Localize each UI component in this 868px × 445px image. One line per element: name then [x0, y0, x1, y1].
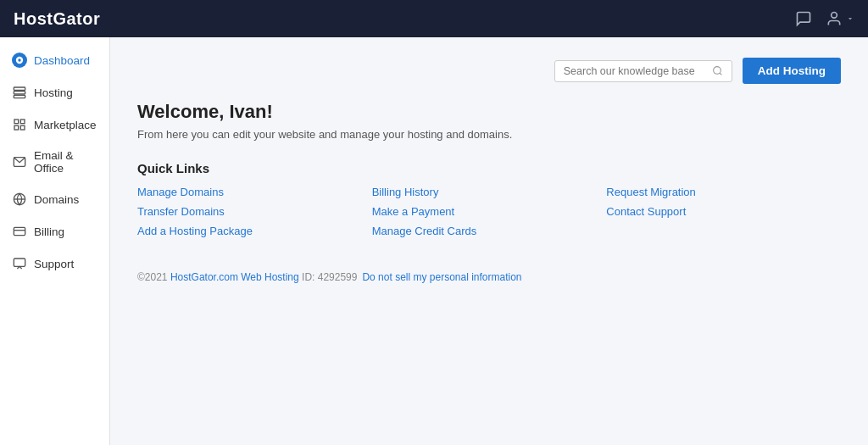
quick-link-billing-history[interactable]: Billing History: [372, 186, 607, 198]
billing-icon: [12, 224, 27, 239]
sidebar-item-support-label: Support: [34, 258, 74, 270]
svg-point-2: [18, 58, 20, 61]
main-content: Add Hosting Welcome, Ivan! From here you…: [110, 37, 868, 445]
sidebar-item-dashboard[interactable]: Dashboard: [0, 44, 109, 76]
quick-link-transfer-domains[interactable]: Transfer Domains: [137, 205, 372, 218]
domains-icon: [12, 192, 27, 207]
search-input[interactable]: [564, 65, 709, 77]
chat-icon[interactable]: [795, 10, 812, 27]
svg-rect-7: [20, 120, 25, 124]
quick-links-grid: Manage Domains Transfer Domains Add a Ho…: [137, 186, 841, 237]
footer: ©2021 HostGator.com Web Hosting ID: 4292…: [137, 271, 841, 283]
email-icon: [12, 154, 27, 170]
user-menu[interactable]: [826, 10, 854, 27]
quick-link-request-migration[interactable]: Request Migration: [606, 186, 841, 198]
svg-point-16: [713, 67, 721, 75]
svg-rect-4: [14, 92, 25, 94]
footer-hostgator-link[interactable]: HostGator.com Web Hosting: [170, 271, 299, 283]
sidebar-item-marketplace-label: Marketplace: [34, 119, 97, 131]
sidebar-item-domains[interactable]: Domains: [0, 183, 109, 215]
quick-link-add-hosting-package[interactable]: Add a Hosting Package: [137, 225, 372, 237]
svg-rect-8: [14, 125, 19, 130]
footer-copyright: ©2021: [137, 271, 170, 283]
quick-link-manage-domains[interactable]: Manage Domains: [137, 186, 372, 198]
sidebar-item-hosting-label: Hosting: [34, 86, 73, 99]
svg-point-0: [832, 13, 837, 19]
quick-link-make-payment[interactable]: Make a Payment: [372, 205, 607, 218]
marketplace-icon: [12, 117, 27, 132]
logo: HostGator: [14, 9, 100, 29]
footer-do-not-sell-link[interactable]: Do not sell my personal information: [362, 271, 521, 283]
svg-rect-9: [20, 125, 25, 130]
quick-links-title: Quick Links: [137, 161, 841, 175]
welcome-subtitle: From here you can edit your website and …: [137, 128, 841, 141]
search-icon: [712, 65, 723, 76]
welcome-title: Welcome, Ivan!: [137, 101, 841, 123]
quick-link-manage-credit-cards[interactable]: Manage Credit Cards: [372, 225, 607, 237]
sidebar-item-marketplace[interactable]: Marketplace: [0, 108, 109, 141]
svg-rect-13: [14, 227, 25, 235]
svg-rect-5: [14, 95, 25, 97]
search-box: [554, 60, 732, 82]
sidebar-item-domains-label: Domains: [34, 193, 79, 206]
sidebar: Dashboard Hosting: [0, 37, 110, 445]
sidebar-item-billing[interactable]: Billing: [0, 215, 109, 248]
sidebar-item-email-office-label: Email & Office: [34, 149, 97, 175]
quick-link-contact-support[interactable]: Contact Support: [606, 205, 841, 218]
layout: Dashboard Hosting: [0, 37, 868, 445]
quick-links-col-3: Request Migration Contact Support: [606, 186, 841, 237]
svg-rect-3: [14, 87, 25, 90]
svg-rect-6: [14, 120, 19, 124]
quick-links-col-1: Manage Domains Transfer Domains Add a Ho…: [137, 186, 372, 237]
sidebar-item-support[interactable]: Support: [0, 248, 109, 280]
svg-line-17: [720, 73, 721, 75]
topnav-right: [795, 10, 854, 27]
sidebar-item-dashboard-label: Dashboard: [34, 54, 90, 67]
sidebar-item-email-office[interactable]: Email & Office: [0, 141, 109, 183]
footer-id: ID: 4292599: [299, 271, 358, 283]
topnav: HostGator: [0, 0, 868, 37]
quick-links-col-2: Billing History Make a Payment Manage Cr…: [372, 186, 607, 237]
sidebar-item-billing-label: Billing: [34, 225, 64, 238]
svg-rect-15: [14, 259, 25, 266]
dashboard-icon: [12, 53, 27, 68]
add-hosting-button[interactable]: Add Hosting: [743, 58, 841, 84]
support-icon: [12, 256, 27, 271]
hosting-icon: [12, 85, 27, 100]
top-bar: Add Hosting: [137, 58, 841, 84]
sidebar-item-hosting[interactable]: Hosting: [0, 76, 109, 108]
